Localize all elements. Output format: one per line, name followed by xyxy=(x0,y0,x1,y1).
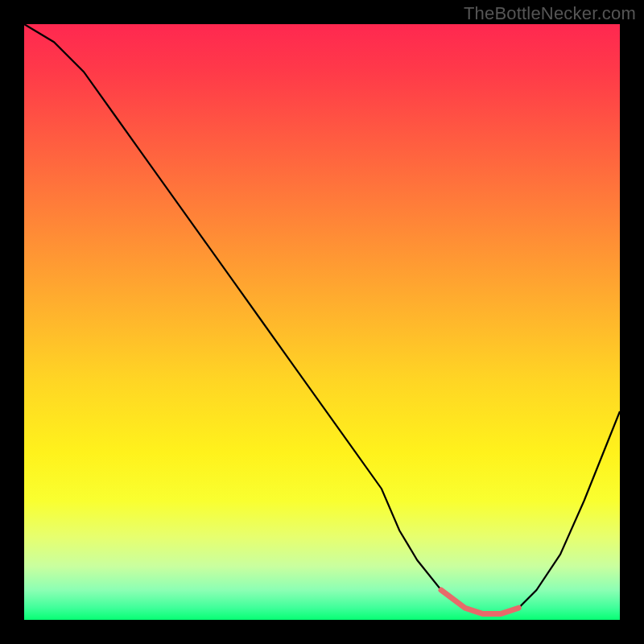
plot-area xyxy=(24,24,620,620)
chart-container: TheBottleNecker.com xyxy=(0,0,644,644)
bottleneck-curve xyxy=(24,24,620,614)
optimal-range-highlight xyxy=(441,590,518,614)
curve-layer xyxy=(24,24,620,620)
watermark-text: TheBottleNecker.com xyxy=(464,3,636,24)
